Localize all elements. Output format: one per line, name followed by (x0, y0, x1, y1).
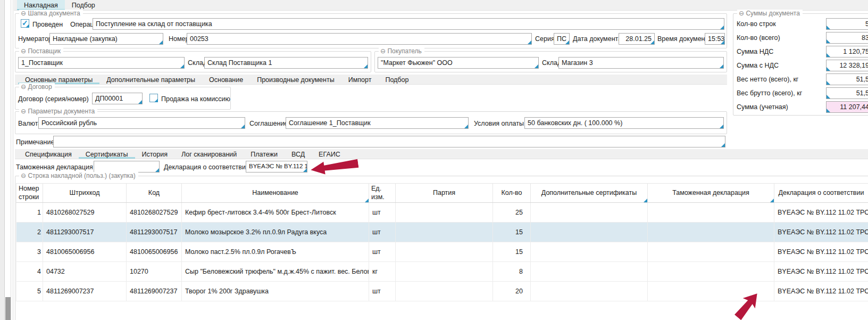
sum-label-6: Вес брутто (всего), кг (737, 89, 802, 97)
spec-tab-6[interactable]: ВСД (285, 149, 312, 159)
column-header-1[interactable]: Номер строки (16, 184, 43, 203)
spec-tab-1[interactable]: Спецификация (18, 149, 79, 159)
param-tab-5[interactable]: Импорт (341, 75, 379, 84)
operation-field[interactable]: Поступление на склад от поставщика (93, 18, 724, 30)
document-tabstrip: НакладнаяПодбор (14, 0, 868, 11)
currency-field[interactable]: Российский рубль (38, 117, 245, 129)
customs-declaration-label: Таможенная декларация (16, 163, 93, 171)
column-header-6[interactable]: Партия (396, 184, 493, 203)
cell-barcode: 4810268027529 (43, 203, 127, 223)
note-field[interactable] (53, 136, 725, 147)
group-buyer-title: Покупатель (387, 47, 421, 55)
table-row-4[interactable]: 40473210270Сыр "Беловежский трюфель" м.д… (16, 262, 868, 282)
column-filter-marker (365, 199, 369, 202)
sum-value-2[interactable]: 83 (826, 32, 868, 44)
series-label: Серия (535, 35, 555, 43)
cell-barcode: 4810065006956 (43, 242, 127, 262)
column-header-9[interactable]: Таможенная декларация (648, 184, 774, 203)
column-header-10[interactable]: Декларация о соответствии (774, 184, 868, 203)
posted-checkbox[interactable] (21, 19, 29, 28)
payment-terms-field[interactable]: 50 банковских дн. ( 100.000 %) (524, 117, 724, 129)
cell-unit: шт (369, 223, 396, 242)
sum-value-4[interactable]: 12 328,19 (826, 60, 868, 71)
collapse-icon[interactable] (380, 47, 387, 55)
sum-label-5: Вес нетто (всего), кг (737, 76, 798, 83)
column-header-7[interactable]: Кол-во (493, 184, 531, 203)
commission-label: Продажа на комиссию (161, 95, 230, 103)
spec-tab-4[interactable]: Лог сканирований (174, 149, 244, 159)
collapse-icon[interactable] (21, 47, 28, 55)
window-edge-line (13, 0, 13, 320)
column-header-3[interactable]: Код (127, 184, 182, 203)
note-label: Примечание (16, 138, 54, 146)
column-filter-marker (770, 199, 774, 202)
table-row-2[interactable]: 248112930075174811293007517Молоко мозырс… (16, 223, 868, 242)
supplier-warehouse-field[interactable]: Склад Поставщика 1 (204, 57, 368, 69)
cell-extra_certs (531, 282, 648, 301)
spec-tab-5[interactable]: Платежи (244, 149, 285, 159)
commission-checkbox[interactable] (149, 94, 158, 102)
group-doc-params: Параметры документа Валюта Российский ру… (15, 111, 727, 134)
sum-value-1[interactable]: 5 (826, 18, 868, 30)
buyer-warehouse-field[interactable]: Магазин 3 (558, 57, 724, 69)
doc-tab-2[interactable]: Подбор (65, 0, 102, 10)
cell-extra_certs (531, 203, 648, 223)
number-label: Номер (169, 35, 189, 43)
spec-tab-3[interactable]: История (135, 149, 174, 159)
column-header-5[interactable]: Ед. изм. (369, 184, 396, 203)
numerator-field[interactable]: Накладные (закупка) (49, 33, 163, 45)
buyer-field[interactable]: "Маркет Фьюжен" ООО (378, 57, 539, 69)
series-field[interactable]: ПС (554, 33, 570, 45)
sum-value-3[interactable]: 1 120,75 (826, 46, 868, 58)
date-field[interactable]: 28.01.25 (619, 33, 655, 45)
spec-tab-2[interactable]: Сертификаты (79, 149, 135, 159)
sum-label-1: Кол-во строк (737, 20, 776, 28)
column-header-4[interactable]: Наименование (182, 184, 369, 203)
cell-customs (648, 223, 774, 242)
cell-customs (648, 242, 774, 262)
scrollbar-thumb[interactable] (5, 297, 11, 320)
cell-customs (648, 203, 774, 223)
doc-tab-1[interactable]: Накладная (17, 0, 65, 10)
collapse-icon[interactable] (21, 10, 28, 17)
cell-unit: шт (369, 282, 396, 301)
customs-declaration-field[interactable] (94, 161, 160, 173)
collapse-icon[interactable] (21, 83, 28, 91)
column-header-2[interactable]: Штрихкод (43, 184, 127, 203)
param-tab-2[interactable]: Дополнительные параметры (99, 75, 202, 84)
window-edge-line (11, 0, 11, 320)
cell-batch (396, 262, 493, 282)
sum-value-7[interactable]: 11 207,44 (826, 101, 868, 113)
supplier-field[interactable]: 1_Поставщик (18, 57, 185, 69)
sum-value-6[interactable]: 51,5 (826, 87, 868, 99)
group-doc-sums-title: Суммы документа (746, 10, 800, 17)
sum-label-7: Сумма (учетная) (737, 103, 788, 111)
collapse-icon[interactable] (739, 10, 746, 17)
sum-value-5[interactable]: 51,5 (826, 73, 868, 85)
table-row-3[interactable]: 348100650069564810065006956Молоко паст.2… (16, 242, 868, 262)
collapse-icon[interactable] (21, 172, 28, 179)
cell-name: Кефир брест-литовск 3.4-4% 500г Брест-Ли… (182, 203, 369, 223)
param-tab-6[interactable]: Подбор (378, 75, 415, 84)
time-field[interactable]: 15:53 (705, 33, 725, 45)
collapse-icon[interactable] (21, 108, 28, 115)
table-row-1[interactable]: 148102680275294810268027529Кефир брест-л… (16, 203, 868, 223)
cell-declaration: BYEAЭС № BY.112 11.02 ТРО11 ... (774, 282, 868, 301)
sum-row-3: Сумма НДС1 120,75 (733, 46, 868, 58)
param-tab-4[interactable]: Производные документы (250, 75, 341, 84)
sum-row-2: Кол-во (всего)83 (733, 32, 868, 44)
cell-unit: кг (369, 262, 396, 282)
group-doc-header-title: Шапка документа (28, 10, 80, 17)
table-row-5[interactable]: 548112690072374811269007237Творог 1% 200… (16, 282, 868, 301)
param-tab-3[interactable]: Основание (202, 75, 250, 84)
specification-tabstrip: СпецификацияСертификатыИсторияЛог сканир… (15, 149, 868, 159)
spec-tab-7[interactable]: ЕГАИС (312, 149, 347, 159)
sum-row-6: Вес брутто (всего), кг51,5 (733, 87, 868, 99)
contract-field[interactable]: ДП00001 (92, 93, 143, 104)
cell-barcode: 4811293007517 (43, 223, 127, 242)
conformity-declaration-label: Декларация о соответствии (164, 163, 249, 171)
agreement-field[interactable]: Соглашение 1_Поставщик (286, 117, 469, 129)
number-field[interactable]: 00253 (187, 33, 532, 45)
column-header-8[interactable]: Дополнительные сертификаты (531, 184, 648, 203)
conformity-declaration-field[interactable]: BYEAЭС № BY.112 11.... (246, 161, 307, 173)
